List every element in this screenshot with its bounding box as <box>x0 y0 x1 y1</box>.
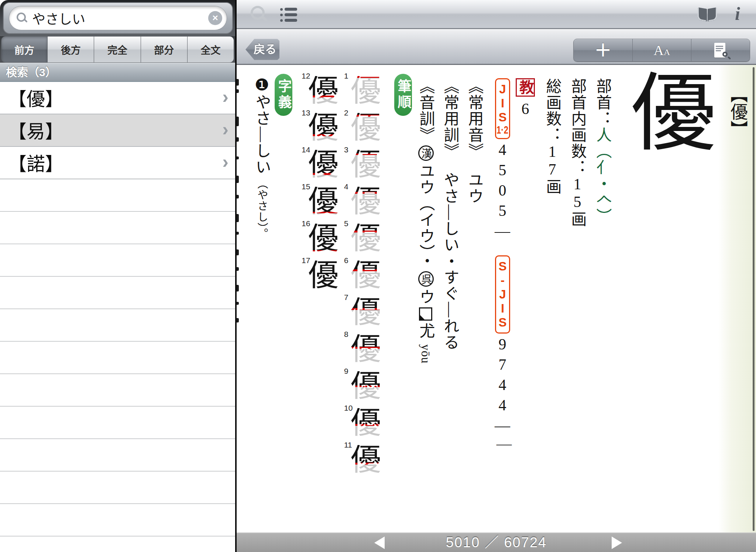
search-panel: 前方後方完全部分全文 検索（3） 【優】【易】【諾】 <box>0 0 235 552</box>
stroke-diagram-glyph: 優 <box>351 334 381 365</box>
missing-glyph-box <box>419 307 432 321</box>
jis-badge: JIS1·2 <box>495 78 510 139</box>
stroke-order-cell: 8優 <box>344 331 381 368</box>
stroke-order-cell: 11優 <box>344 441 381 478</box>
empty-row <box>0 179 235 212</box>
stroke-order-cell: 3優 <box>344 146 381 183</box>
search-bar-area <box>0 0 235 36</box>
zoom-view-button[interactable] <box>691 39 750 61</box>
search-result-row[interactable]: 【諾】 <box>0 147 235 179</box>
scroll-indicator[interactable] <box>753 67 755 531</box>
stroke-diagram-glyph: 優 <box>351 261 381 291</box>
stroke-number: 3 <box>344 145 348 154</box>
stroke-order-cell: 17優 <box>302 257 339 294</box>
results-list: 【優】【易】【諾】 <box>0 82 235 552</box>
search-field <box>9 6 227 30</box>
stroke-order-cell: 12優 <box>302 72 339 109</box>
stroke-order-cell: 9優 <box>344 368 381 404</box>
total-stroke-info: 総画数：17画 <box>543 78 561 195</box>
top-toolbar: i <box>237 0 756 29</box>
go-on-mark: 呉 <box>418 271 434 287</box>
search-mode-tab[interactable]: 完全 <box>94 36 141 63</box>
back-button[interactable]: 戻る <box>245 38 279 61</box>
info-icon[interactable]: i <box>730 0 745 29</box>
add-bookmark-button[interactable]: ＋ <box>574 39 632 61</box>
search-mode-tab[interactable]: 後方 <box>48 36 94 63</box>
clear-search-button[interactable] <box>208 11 222 25</box>
stroke-diagram-glyph: 優 <box>308 261 339 291</box>
empty-row <box>0 472 235 504</box>
stroke-order-badge: 筆順 <box>394 74 412 116</box>
search-result-row[interactable]: 【優】 <box>0 82 235 114</box>
clipped-column-fragments <box>237 65 242 532</box>
stroke-order-cell: 1優 <box>344 72 381 109</box>
chevron-right-icon <box>222 86 228 107</box>
stroke-diagram-glyph: 優 <box>308 150 339 180</box>
empty-row <box>0 504 235 537</box>
stroke-diagram-glyph: 優 <box>308 76 339 106</box>
chevron-right-icon <box>222 151 228 172</box>
list-icon[interactable] <box>275 0 297 29</box>
radical-value: 人（亻・𠆢） <box>594 127 611 224</box>
stroke-number: 7 <box>344 293 348 302</box>
result-label: 【易】 <box>8 117 63 143</box>
stroke-number: 6 <box>344 256 348 265</box>
bookmarks-icon[interactable] <box>697 0 718 29</box>
search-input[interactable] <box>32 10 208 26</box>
entry-panel: i 戻る ＋ AA 【優】 <box>237 0 756 552</box>
joyo-kun-reading: 《常用訓》やさ—しい・すぐ—れる <box>441 78 458 351</box>
chevron-right-icon <box>222 118 228 140</box>
stroke-diagram-glyph: 優 <box>351 224 381 254</box>
kan-on-mark: 漢 <box>418 145 434 161</box>
stroke-order-cell: 7優 <box>344 294 381 331</box>
stroke-number: 9 <box>344 367 348 376</box>
jis-code-info: JIS1·24505—S-JIS9744—｜ <box>494 78 511 456</box>
meaning-number: ❶ <box>253 75 271 94</box>
stroke-order-cell: 10優 <box>344 404 381 441</box>
search-mode-tab[interactable]: 前方 <box>1 36 48 63</box>
stroke-diagram-glyph: 優 <box>351 113 381 143</box>
pinyin-reading: yōu <box>419 344 432 364</box>
stroke-diagram-glyph: 優 <box>351 371 381 401</box>
stroke-number: 5 <box>344 219 348 228</box>
stroke-number: 1 <box>344 72 348 80</box>
empty-row <box>0 407 235 439</box>
dictionary-app-screen: 前方後方完全部分全文 検索（3） 【優】【易】【諾】 i 戻る ＋ <box>0 0 756 552</box>
stroke-order-cell: 4優 <box>344 183 381 220</box>
next-entry-button[interactable] <box>612 537 622 549</box>
meaning-text: ❶やさ—しい（やさし）。 <box>253 75 271 239</box>
stroke-diagram-glyph: 優 <box>351 408 381 438</box>
search-box-outline <box>3 2 233 34</box>
stroke-diagram-glyph: 優 <box>351 187 381 217</box>
search-icon-disabled <box>248 0 270 29</box>
document-magnifier-icon <box>714 43 727 58</box>
results-header: 検索（3） <box>0 63 235 82</box>
empty-row <box>0 309 235 342</box>
stroke-number: 2 <box>344 108 348 117</box>
empty-row <box>0 439 235 472</box>
page-position: 5010 ／ 60724 <box>237 533 756 552</box>
entry-kanji: 優 <box>622 68 707 153</box>
search-mode-tab[interactable]: 部分 <box>141 36 188 63</box>
search-icon <box>17 13 28 24</box>
onkun-reading: 《音訓》漢ユウ（イウ）・呉ウ尤yōu <box>417 78 434 364</box>
search-mode-tab[interactable]: 全文 <box>188 36 234 63</box>
stroke-diagram-glyph: 優 <box>351 297 381 328</box>
entry-header: 【優】 <box>728 86 747 138</box>
empty-row <box>0 212 235 244</box>
pager-bar: 5010 ／ 60724 <box>237 532 756 552</box>
entry-action-buttons: ＋ AA <box>573 39 750 62</box>
result-label: 【優】 <box>8 84 63 111</box>
stroke-order-column-1: 1優2優3優4優5優6優7優8優9優10優11優 <box>344 72 381 478</box>
stroke-number: 4 <box>344 182 348 191</box>
stroke-diagram-glyph: 優 <box>351 445 381 475</box>
previous-entry-button[interactable] <box>374 537 385 549</box>
stroke-order-cell: 13優 <box>302 109 339 146</box>
kyoiku-grade-info: 教6 <box>516 78 535 118</box>
search-mode-tabs: 前方後方完全部分全文 <box>0 36 235 63</box>
font-size-button[interactable]: AA <box>632 39 691 61</box>
search-result-row[interactable]: 【易】 <box>0 114 235 147</box>
joyo-on-reading: 《常用音》ユウ <box>465 78 483 204</box>
result-label: 【諾】 <box>8 149 63 176</box>
plus-icon: ＋ <box>595 42 612 59</box>
